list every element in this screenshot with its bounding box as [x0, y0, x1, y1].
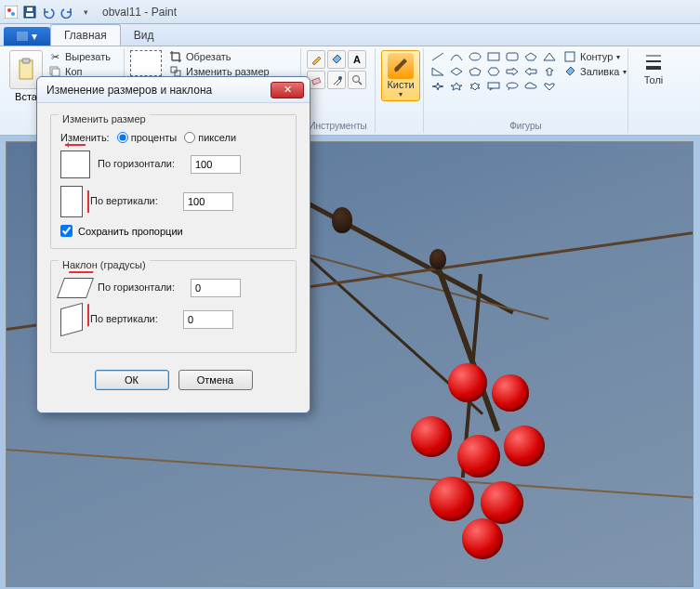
shape-arrow-u[interactable]: [541, 65, 558, 78]
cut-button[interactable]: ✂Вырезать: [48, 50, 111, 63]
shape-cloud[interactable]: [522, 80, 539, 93]
outline-button[interactable]: Контур▾: [563, 50, 627, 63]
shape-roundrect[interactable]: [504, 50, 521, 63]
cancel-button[interactable]: Отмена: [178, 370, 253, 390]
shape-star6[interactable]: [467, 80, 483, 93]
svg-point-14: [338, 76, 342, 80]
svg-rect-13: [312, 78, 321, 85]
save-icon[interactable]: [22, 5, 37, 20]
quick-access-toolbar: ▾: [4, 5, 93, 20]
svg-rect-19: [488, 53, 499, 60]
shape-oval[interactable]: [467, 50, 483, 63]
tools-label: Инструменты: [307, 121, 369, 131]
shape-diamond[interactable]: [448, 65, 465, 78]
svg-marker-25: [469, 68, 481, 75]
svg-point-1: [7, 8, 11, 12]
shape-curve[interactable]: [448, 50, 465, 63]
shape-heart[interactable]: [541, 80, 558, 93]
shape-callout-rect[interactable]: [485, 80, 502, 93]
skew-horizontal-input[interactable]: [191, 279, 241, 297]
horizontal-resize-icon: [60, 151, 90, 178]
svg-rect-11: [171, 67, 177, 72]
size-button[interactable]: Толі: [634, 50, 673, 87]
tab-view[interactable]: Вид: [121, 25, 167, 46]
fill-tool[interactable]: [327, 50, 346, 69]
select-button[interactable]: [130, 50, 162, 76]
shape-rtriangle[interactable]: [429, 65, 446, 78]
svg-marker-27: [432, 83, 443, 90]
svg-line-16: [359, 82, 362, 85]
qat-dropdown-icon[interactable]: ▾: [78, 5, 93, 20]
pencil-tool[interactable]: [307, 50, 325, 69]
resize-legend: Изменить размер: [59, 113, 150, 124]
fill-button[interactable]: Заливка▾: [563, 65, 627, 78]
keep-aspect-label: Сохранить пропорции: [78, 226, 183, 237]
svg-marker-23: [432, 68, 443, 75]
shapes-group: Контур▾ Заливка▾ Фигуры: [424, 48, 628, 133]
skew-vertical-label: По вертикали:: [90, 313, 176, 325]
svg-marker-29: [470, 83, 480, 90]
vertical-skew-icon: [60, 303, 83, 336]
text-tool[interactable]: A: [348, 50, 366, 69]
skew-vertical-input[interactable]: [183, 310, 233, 329]
svg-rect-5: [27, 7, 33, 11]
shape-rect[interactable]: [485, 50, 502, 63]
size-group: Толі: [628, 48, 666, 133]
fill-icon: [563, 65, 576, 78]
shape-hexagon[interactable]: [485, 65, 502, 78]
brushes-button[interactable]: Кисти ▾: [381, 50, 420, 101]
ok-button[interactable]: ОК: [95, 370, 169, 390]
redo-icon[interactable]: [59, 5, 74, 20]
chevron-down-icon: ▾: [399, 90, 403, 98]
svg-marker-21: [525, 53, 536, 60]
picker-tool[interactable]: [327, 71, 346, 89]
keep-aspect-checkbox[interactable]: [60, 225, 73, 237]
svg-rect-6: [17, 32, 28, 41]
crop-button[interactable]: Обрезать: [169, 50, 270, 63]
vertical-label: По вертикали:: [90, 195, 176, 207]
svg-marker-24: [451, 68, 462, 75]
dialog-title: Изменение размеров и наклона: [46, 84, 212, 97]
window-title: obval11 - Paint: [102, 6, 177, 19]
tab-home[interactable]: Главная: [50, 24, 121, 46]
ribbon-tabs: ▾ Главная Вид: [0, 24, 700, 46]
file-tab[interactable]: ▾: [4, 27, 50, 46]
horizontal-input[interactable]: [191, 155, 241, 174]
close-icon: ✕: [284, 84, 292, 96]
magnifier-tool[interactable]: [348, 71, 366, 89]
shape-star5[interactable]: [448, 80, 465, 93]
shape-line[interactable]: [429, 50, 446, 63]
paint-app-icon[interactable]: [4, 5, 19, 20]
radio-percent[interactable]: [117, 132, 128, 143]
shape-triangle[interactable]: [541, 50, 558, 63]
dialog-titlebar[interactable]: Изменение размеров и наклона ✕: [37, 77, 310, 103]
shapes-gallery[interactable]: [429, 50, 558, 93]
horizontal-label: По горизонтали:: [98, 158, 183, 170]
svg-rect-20: [507, 53, 518, 60]
shapes-label: Фигуры: [429, 121, 622, 131]
skew-fieldset: Наклон (градусы) По горизонтали: По верт…: [50, 260, 297, 353]
svg-point-2: [11, 12, 15, 16]
shape-callout-oval[interactable]: [504, 80, 521, 93]
shape-pentagon[interactable]: [467, 65, 483, 78]
shape-arrow-r[interactable]: [504, 65, 521, 78]
svg-rect-4: [26, 13, 33, 17]
svg-rect-32: [565, 52, 575, 61]
shape-arrow-l[interactable]: [522, 65, 539, 78]
undo-icon[interactable]: [41, 5, 56, 20]
file-tab-arrow: ▾: [32, 30, 37, 43]
tools-group: A Инструменты: [301, 48, 376, 133]
svg-point-18: [469, 53, 481, 60]
shape-star4[interactable]: [429, 80, 446, 93]
brush-icon: [388, 53, 414, 79]
radio-pixels[interactable]: [184, 132, 195, 143]
brushes-group: Кисти ▾: [376, 48, 424, 133]
shape-polygon[interactable]: [522, 50, 539, 63]
svg-rect-8: [22, 59, 30, 63]
close-button[interactable]: ✕: [271, 82, 304, 98]
svg-point-31: [507, 83, 518, 88]
svg-rect-10: [52, 69, 59, 76]
horizontal-skew-icon: [57, 278, 94, 298]
outline-icon: [563, 50, 576, 63]
vertical-input[interactable]: [183, 192, 233, 211]
